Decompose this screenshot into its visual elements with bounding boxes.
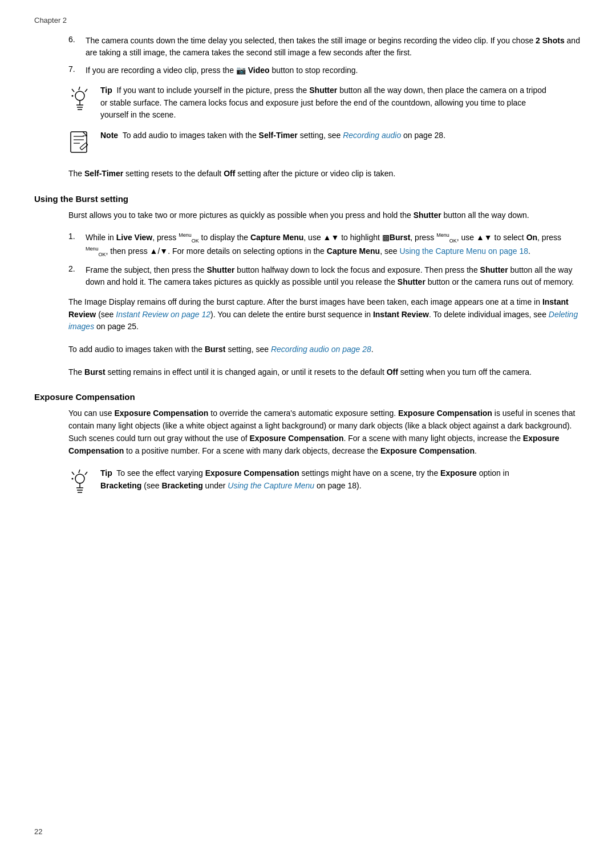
note-content-1: Note To add audio to images taken with t… bbox=[100, 130, 445, 142]
note-icon-1 bbox=[68, 131, 96, 160]
tip-content-2: Tip To see the effect varying Exposure C… bbox=[100, 467, 548, 492]
tip-box-2: Tip To see the effect varying Exposure C… bbox=[68, 467, 548, 500]
svg-line-2 bbox=[85, 89, 87, 92]
item-number-7: 7. bbox=[68, 64, 86, 76]
burst-capture-menu-link[interactable]: Using the Capture Menu on page 18 bbox=[399, 246, 528, 256]
numbered-list-top: 6. The camera counts down the time delay… bbox=[68, 35, 582, 76]
exposure-para1: You can use Exposure Compensation to ove… bbox=[68, 407, 582, 457]
tip-icon-2 bbox=[68, 468, 96, 500]
svg-line-14 bbox=[79, 470, 80, 473]
list-item-6: 6. The camera counts down the time delay… bbox=[68, 35, 582, 59]
burst-para1: The Image Display remains off during the… bbox=[68, 296, 582, 333]
note-box-1: Note To add audio to images taken with t… bbox=[68, 130, 548, 160]
item-text-6: The camera counts down the time delay yo… bbox=[86, 35, 582, 59]
svg-line-16 bbox=[85, 472, 87, 475]
burst-recording-audio-link[interactable]: Recording audio on page 28 bbox=[271, 345, 371, 354]
note1-link[interactable]: Recording audio bbox=[343, 131, 401, 140]
burst-intro: Burst allows you to take two or more pic… bbox=[68, 209, 582, 222]
main-content: 6. The camera counts down the time delay… bbox=[34, 35, 582, 500]
burst-text-2: Frame the subject, then press the Shutte… bbox=[86, 264, 582, 288]
tip-icon-1 bbox=[68, 86, 96, 117]
burst-text-1: While in Live View, press MenuOK to disp… bbox=[86, 232, 582, 258]
svg-point-8 bbox=[72, 95, 74, 97]
svg-line-1 bbox=[72, 89, 74, 92]
burst-para2: To add audio to images taken with the Bu… bbox=[68, 343, 582, 356]
chapter-label: Chapter 2 bbox=[34, 16, 582, 25]
tip-box-1: Tip If you want to include yourself in t… bbox=[68, 84, 548, 122]
burst-item-2: 2. Frame the subject, then press the Shu… bbox=[68, 264, 582, 288]
exposure-heading: Exposure Compensation bbox=[34, 392, 582, 402]
burst-numbered-list: 1. While in Live View, press MenuOK to d… bbox=[68, 232, 582, 288]
burst-instant-review-link[interactable]: Instant Review on page 12 bbox=[116, 310, 210, 319]
exposure-capture-menu-link[interactable]: Using the Capture Menu bbox=[228, 481, 314, 490]
svg-point-3 bbox=[75, 91, 84, 100]
svg-line-0 bbox=[79, 87, 80, 90]
tip-content-1: Tip If you want to include yourself in t… bbox=[100, 84, 548, 122]
self-timer-para: The Self-Timer setting resets to the def… bbox=[68, 168, 548, 180]
list-item-7: 7. If you are recording a video clip, pr… bbox=[68, 64, 582, 76]
item-text-7: If you are recording a video clip, press… bbox=[86, 64, 582, 76]
svg-point-17 bbox=[75, 474, 84, 483]
page-number: 22 bbox=[34, 827, 42, 836]
burst-item-1: 1. While in Live View, press MenuOK to d… bbox=[68, 232, 582, 258]
item-number-6: 6. bbox=[68, 35, 86, 59]
burst-num-1: 1. bbox=[68, 232, 86, 258]
burst-heading: Using the Burst setting bbox=[34, 194, 582, 204]
burst-para3: The Burst setting remains in effect unti… bbox=[68, 366, 582, 379]
svg-point-22 bbox=[72, 478, 74, 480]
burst-num-2: 2. bbox=[68, 264, 86, 288]
svg-line-15 bbox=[72, 472, 74, 475]
